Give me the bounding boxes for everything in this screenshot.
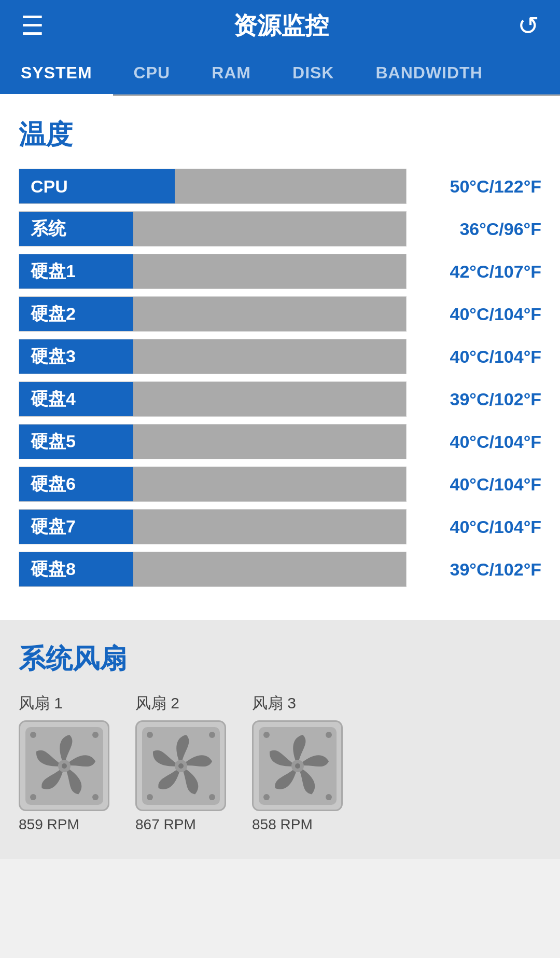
temp-value: 50°C/122°F <box>407 176 541 197</box>
tab-bandwidth[interactable]: BANDWIDTH <box>355 52 503 94</box>
temperature-rows: CPU 50°C/122°F 系统 36°C/96°F 硬盘1 42°C/107… <box>19 169 541 587</box>
temp-bar-container: 硬盘1 <box>19 254 407 289</box>
temp-value: 40°C/104°F <box>407 432 541 452</box>
svg-point-13 <box>178 763 184 769</box>
fan-icon <box>142 727 220 805</box>
temperature-row: CPU 50°C/122°F <box>19 169 541 204</box>
svg-point-3 <box>30 794 36 800</box>
fan-rpm: 859 RPM <box>19 816 79 833</box>
temperature-row: 硬盘7 40°C/104°F <box>19 509 541 544</box>
svg-point-6 <box>62 763 67 769</box>
header: ☰ 资源监控 ↺ <box>0 0 560 52</box>
temperature-row: 硬盘1 42°C/107°F <box>19 254 541 289</box>
fans-row: 风扇 1 <box>19 693 541 833</box>
hamburger-icon[interactable]: ☰ <box>21 13 44 39</box>
temperature-row: 硬盘2 40°C/104°F <box>19 296 541 332</box>
svg-point-10 <box>147 794 153 800</box>
tab-cpu[interactable]: CPU <box>113 52 191 94</box>
temp-bar-fill <box>133 510 406 544</box>
fan-item: 风扇 2 <box>135 693 226 833</box>
temp-bar-label: 硬盘3 <box>19 339 133 374</box>
temp-bar-label: 硬盘4 <box>19 382 133 416</box>
fan-icon-box <box>19 720 109 811</box>
temp-bar-fill <box>133 467 406 501</box>
temp-bar-container: 系统 <box>19 211 407 247</box>
svg-point-20 <box>295 763 300 769</box>
svg-point-9 <box>209 732 215 738</box>
temp-bar-fill <box>133 297 406 331</box>
temp-bar-label: 硬盘7 <box>19 510 133 544</box>
fan-rpm: 867 RPM <box>135 816 196 833</box>
svg-point-17 <box>263 794 270 800</box>
temp-bar-fill <box>133 552 406 586</box>
temp-bar-container: 硬盘6 <box>19 467 407 502</box>
fan-label: 风扇 3 <box>252 693 296 714</box>
temp-bar-container: 硬盘7 <box>19 509 407 544</box>
temperature-row: 硬盘8 39°C/102°F <box>19 552 541 587</box>
temp-value: 40°C/104°F <box>407 347 541 367</box>
fan-label: 风扇 1 <box>19 693 63 714</box>
temp-value: 40°C/104°F <box>407 474 541 495</box>
temp-bar-label: 硬盘2 <box>19 297 133 331</box>
svg-point-2 <box>92 732 99 738</box>
temp-value: 42°C/107°F <box>407 262 541 282</box>
svg-point-16 <box>326 732 332 738</box>
fan-section-title: 系统风扇 <box>19 641 541 677</box>
fan-icon <box>259 727 337 805</box>
temperature-title: 温度 <box>19 117 541 153</box>
temp-value: 40°C/104°F <box>407 517 541 537</box>
temp-bar-label: 硬盘1 <box>19 254 133 289</box>
tab-bar: SYSTEM CPU RAM DISK BANDWIDTH <box>0 52 560 96</box>
temp-bar-fill <box>175 169 406 203</box>
temperature-row: 硬盘5 40°C/104°F <box>19 424 541 459</box>
temp-value: 36°C/96°F <box>407 219 541 239</box>
temp-bar-label: 硬盘5 <box>19 425 133 459</box>
tab-ram[interactable]: RAM <box>191 52 272 94</box>
temp-bar-fill <box>133 382 406 416</box>
temp-bar-label: 硬盘8 <box>19 552 133 586</box>
temp-bar-label: 系统 <box>19 212 133 246</box>
svg-point-4 <box>92 794 99 800</box>
temp-bar-container: 硬盘3 <box>19 339 407 374</box>
temp-bar-fill <box>133 254 406 289</box>
temperature-row: 硬盘4 39°C/102°F <box>19 381 541 417</box>
temp-bar-container: CPU <box>19 169 407 204</box>
fan-icon-box <box>252 720 343 811</box>
fan-section: 系统风扇 风扇 1 <box>0 620 560 859</box>
temp-bar-fill <box>133 212 406 246</box>
temp-bar-fill <box>133 339 406 374</box>
fan-icon-box <box>135 720 226 811</box>
temp-bar-label: CPU <box>19 169 175 203</box>
temperature-row: 硬盘3 40°C/104°F <box>19 339 541 374</box>
tab-system[interactable]: SYSTEM <box>0 52 113 96</box>
temp-bar-container: 硬盘8 <box>19 552 407 587</box>
fan-icon <box>25 727 103 805</box>
temperature-row: 硬盘6 40°C/104°F <box>19 467 541 502</box>
temp-bar-fill <box>133 425 406 459</box>
temp-bar-container: 硬盘5 <box>19 424 407 459</box>
svg-point-1 <box>30 732 36 738</box>
tab-disk[interactable]: DISK <box>272 52 355 94</box>
fan-item: 风扇 3 <box>252 693 343 833</box>
fan-item: 风扇 1 <box>19 693 109 833</box>
temp-bar-container: 硬盘2 <box>19 296 407 332</box>
svg-point-18 <box>326 794 332 800</box>
temperature-row: 系统 36°C/96°F <box>19 211 541 247</box>
temp-value: 39°C/102°F <box>407 559 541 580</box>
fan-rpm: 858 RPM <box>252 816 313 833</box>
temp-value: 40°C/104°F <box>407 304 541 324</box>
svg-point-11 <box>209 794 215 800</box>
svg-point-8 <box>147 732 153 738</box>
temp-bar-container: 硬盘4 <box>19 381 407 417</box>
refresh-icon[interactable]: ↺ <box>517 11 539 41</box>
fan-label: 风扇 2 <box>135 693 179 714</box>
temperature-section: 温度 CPU 50°C/122°F 系统 36°C/96°F 硬盘1 42°C/… <box>0 96 560 620</box>
temp-value: 39°C/102°F <box>407 389 541 409</box>
temp-bar-label: 硬盘6 <box>19 467 133 501</box>
svg-point-15 <box>263 732 270 738</box>
page-title: 资源监控 <box>233 10 329 42</box>
